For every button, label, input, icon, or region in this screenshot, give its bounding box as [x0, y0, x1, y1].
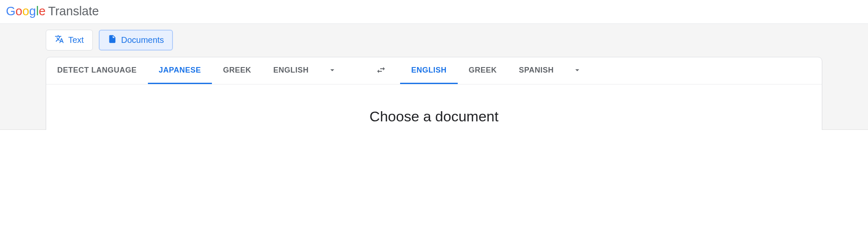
tab-documents-label: Documents — [121, 35, 164, 45]
translate-icon — [55, 34, 64, 46]
spacer — [345, 57, 362, 84]
source-detect-language[interactable]: DETECT LANGUAGE — [46, 57, 148, 84]
source-lang-japanese[interactable]: JAPANESE — [148, 57, 212, 84]
swap-icon — [376, 65, 386, 77]
upload-title: Choose a document — [370, 108, 498, 125]
product-name: Translate — [48, 4, 99, 18]
source-languages: DETECT LANGUAGE JAPANESE GREEK ENGLISH — [46, 57, 345, 84]
document-icon — [108, 34, 117, 46]
language-bar: DETECT LANGUAGE JAPANESE GREEK ENGLISH E… — [46, 57, 822, 84]
source-lang-greek[interactable]: GREEK — [212, 57, 262, 84]
source-more-languages[interactable] — [320, 57, 345, 84]
logo[interactable]: Google Translate — [6, 4, 862, 18]
chevron-down-icon — [328, 65, 337, 76]
logo-letter: e — [39, 4, 45, 18]
main-card: DETECT LANGUAGE JAPANESE GREEK ENGLISH E… — [46, 57, 822, 130]
source-lang-english[interactable]: ENGLISH — [262, 57, 320, 84]
target-lang-greek[interactable]: GREEK — [458, 57, 508, 84]
target-more-languages[interactable] — [565, 57, 590, 84]
tab-text[interactable]: Text — [46, 30, 93, 51]
target-lang-spanish[interactable]: SPANISH — [508, 57, 565, 84]
tab-text-label: Text — [68, 35, 84, 45]
document-upload-area: Choose a document Upload a .doc, .docx, … — [46, 84, 822, 130]
mode-tabs: Text Documents — [0, 30, 868, 51]
toolbar-area: Text Documents DETECT LANGUAGE JAPANESE … — [0, 24, 868, 130]
app-header: Google Translate — [0, 0, 868, 24]
logo-letter: G — [6, 4, 16, 18]
logo-letter: g — [29, 4, 36, 18]
tab-documents[interactable]: Documents — [99, 30, 173, 51]
logo-letter: o — [16, 4, 22, 18]
chevron-down-icon — [573, 65, 582, 76]
logo-letter: o — [22, 4, 29, 18]
google-logo: Google — [6, 4, 46, 18]
swap-languages-button[interactable] — [362, 57, 400, 84]
target-lang-english[interactable]: ENGLISH — [400, 57, 458, 84]
target-languages: ENGLISH GREEK SPANISH — [400, 57, 590, 84]
